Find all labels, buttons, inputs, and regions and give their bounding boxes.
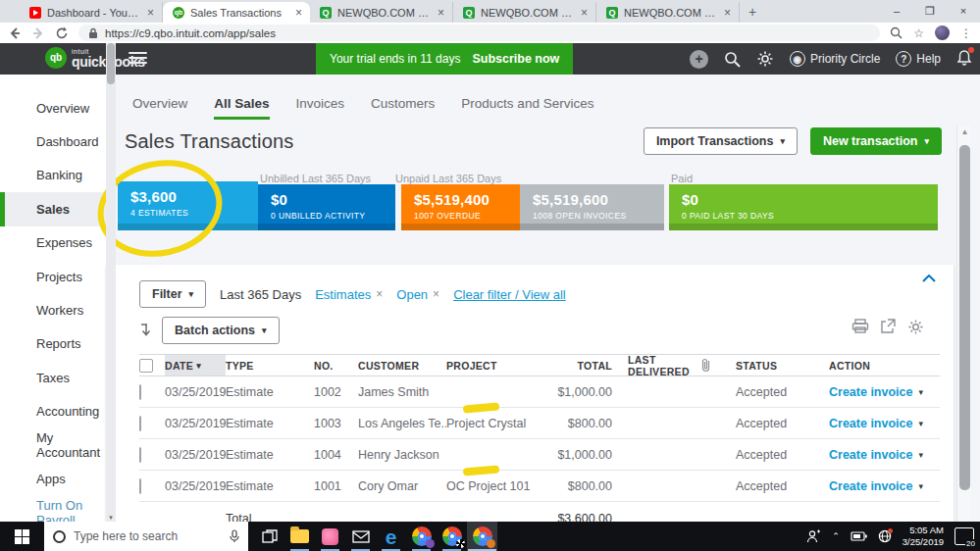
table-settings-gear-icon[interactable]: [907, 319, 924, 335]
header-customer[interactable]: CUSTOMER: [358, 355, 446, 376]
zoom-icon[interactable]: [890, 26, 903, 39]
sidebar-item-my-accountant[interactable]: My Accountant: [0, 428, 106, 462]
help-menu[interactable]: ? Help: [896, 51, 941, 67]
sidebar-item-reports[interactable]: Reports: [0, 327, 106, 361]
remove-filter-icon[interactable]: ×: [433, 287, 439, 301]
tab-customers[interactable]: Customers: [371, 96, 435, 120]
money-bar-segment-paid[interactable]: $0 0 PAID LAST 30 DAYS: [669, 184, 938, 230]
new-transaction-button[interactable]: New transaction▾: [810, 127, 942, 155]
create-invoice-link[interactable]: Create invoice: [829, 417, 912, 430]
chrome-profile-2-icon[interactable]: [437, 522, 467, 551]
edge-browser-icon[interactable]: e: [376, 522, 406, 551]
create-invoice-link[interactable]: Create invoice: [829, 479, 912, 493]
browser-tab-sales-transactions[interactable]: qb Sales Transactions ×: [163, 2, 310, 23]
new-tab-button[interactable]: +: [740, 2, 765, 23]
action-dropdown-icon[interactable]: ▾: [918, 419, 923, 428]
tab-overview[interactable]: Overview: [132, 96, 187, 120]
tab-all-sales[interactable]: All Sales: [214, 96, 269, 120]
create-invoice-link[interactable]: Create invoice: [829, 448, 912, 462]
task-view-button[interactable]: [254, 522, 284, 551]
gear-icon[interactable]: [756, 50, 774, 68]
select-all-checkbox[interactable]: [139, 359, 153, 373]
browser-tab-newqbo-2[interactable]: Q NEWQBO.COM – QuickBooks On ×: [453, 2, 596, 23]
table-row[interactable]: 03/25/2019 Estimate 1004 Henry Jackson $…: [139, 439, 940, 471]
taskbar-search[interactable]: Type here to search: [44, 522, 248, 551]
back-icon[interactable]: [8, 26, 22, 40]
file-explorer-icon[interactable]: [284, 522, 315, 551]
notifications-bell-icon[interactable]: [956, 49, 972, 70]
filter-chip-estimates[interactable]: Estimates×: [315, 287, 383, 302]
header-action[interactable]: ACTION: [819, 355, 930, 376]
maximize-button[interactable]: ❐: [913, 0, 947, 23]
row-checkbox[interactable]: [139, 384, 141, 400]
clear-filter-link[interactable]: Clear filter / View all: [453, 287, 566, 302]
money-bar-segment-open-invoices[interactable]: $5,519,600 1008 OPEN INVOICES: [520, 184, 664, 230]
bookmark-star-icon[interactable]: ☆: [913, 26, 924, 40]
start-button[interactable]: [0, 522, 44, 551]
collapse-chevron-icon[interactable]: [922, 275, 936, 282]
people-icon[interactable]: [806, 529, 821, 543]
forward-icon[interactable]: [31, 26, 45, 40]
header-project[interactable]: PROJECT: [446, 355, 544, 376]
tab-close-icon[interactable]: ×: [581, 6, 588, 20]
row-checkbox[interactable]: [139, 478, 141, 494]
quick-create-icon[interactable]: +: [690, 50, 708, 69]
action-center-icon[interactable]: 20: [954, 527, 974, 545]
header-last-delivered[interactable]: LAST DELIVERED: [618, 355, 701, 376]
snip-sketch-icon[interactable]: [315, 522, 345, 551]
tab-close-icon[interactable]: ×: [438, 6, 444, 20]
import-transactions-button[interactable]: Import Transactions▾: [644, 127, 798, 155]
sidebar-item-expenses[interactable]: Expenses: [0, 226, 106, 260]
subscribe-now-button[interactable]: Subscribe now: [472, 52, 559, 66]
tab-close-icon[interactable]: ×: [724, 6, 731, 20]
browser-tab-youtube[interactable]: Dashboard - YouTube ×: [20, 2, 163, 23]
row-checkbox[interactable]: [139, 447, 141, 463]
row-checkbox[interactable]: [139, 416, 141, 431]
print-icon[interactable]: [851, 319, 869, 334]
address-bar[interactable]: https://c9.qbo.intuit.com/app/sales: [78, 25, 880, 41]
tab-products-services[interactable]: Products and Services: [461, 96, 593, 120]
batch-actions-button[interactable]: Batch actions▾: [162, 317, 280, 344]
microphone-icon[interactable]: [230, 529, 239, 543]
create-invoice-link[interactable]: Create invoice: [829, 385, 912, 399]
taskbar-clock[interactable]: 5:05 AM 3/25/2019: [903, 525, 944, 548]
sidebar-item-apps[interactable]: Apps: [0, 462, 106, 495]
filter-button[interactable]: Filter▾: [139, 280, 206, 308]
network-icon[interactable]: [878, 529, 892, 543]
money-bar-segment-unbilled[interactable]: $0 0 UNBILLED ACTIVITY: [258, 184, 395, 230]
minimize-button[interactable]: –: [880, 0, 913, 23]
header-status[interactable]: STATUS: [726, 355, 819, 376]
action-dropdown-icon[interactable]: ▾: [918, 387, 923, 397]
profile-avatar[interactable]: [935, 25, 950, 40]
action-dropdown-icon[interactable]: ▾: [918, 481, 923, 491]
scrollbar-thumb[interactable]: [959, 145, 970, 490]
scroll-down-icon[interactable]: ▾: [106, 514, 116, 522]
scrollbar-thumb[interactable]: [107, 43, 115, 84]
tab-close-icon[interactable]: ×: [147, 6, 154, 20]
header-no[interactable]: NO.: [314, 355, 358, 376]
search-icon[interactable]: [724, 51, 741, 68]
close-button[interactable]: ×: [947, 0, 980, 23]
table-row[interactable]: 03/25/2019 Estimate 1002 James Smith $1,…: [139, 376, 940, 408]
table-row[interactable]: 03/25/2019 Estimate 1003 Los Angeles Te.…: [139, 408, 940, 439]
tab-invoices[interactable]: Invoices: [296, 96, 345, 120]
browser-tab-newqbo-1[interactable]: Q NEWQBO.COM – QuickBooks On ×: [310, 2, 453, 23]
money-bar-segment-estimates[interactable]: $3,600 4 ESTIMATES: [118, 181, 258, 230]
battery-icon[interactable]: [851, 530, 867, 542]
tray-expand-icon[interactable]: ⌃: [832, 531, 840, 541]
refresh-icon[interactable]: [55, 26, 69, 40]
browser-tab-newqbo-3[interactable]: Q NEWQBO.COM – QuickBooks On ×: [596, 2, 740, 23]
sidebar-item-taxes[interactable]: Taxes: [0, 361, 106, 394]
sidebar-item-projects[interactable]: Projects: [0, 260, 106, 293]
tab-close-icon[interactable]: ×: [295, 6, 302, 20]
header-date[interactable]: DATE ▾: [165, 355, 226, 376]
sidebar-scrollbar[interactable]: ▾: [106, 43, 116, 522]
sidebar-item-banking[interactable]: Banking: [0, 159, 106, 192]
sidebar-item-workers[interactable]: Workers: [0, 293, 106, 326]
sidebar-item-sales[interactable]: Sales: [0, 192, 106, 225]
filter-chip-open[interactable]: Open×: [396, 287, 439, 302]
sidebar-item-dashboard[interactable]: Dashboard: [0, 125, 106, 158]
content-scrollbar[interactable]: ▲: [956, 125, 971, 522]
export-icon[interactable]: [880, 319, 897, 334]
table-row[interactable]: 03/25/2019 Estimate 1001 Cory Omar OC Pr…: [139, 471, 940, 502]
